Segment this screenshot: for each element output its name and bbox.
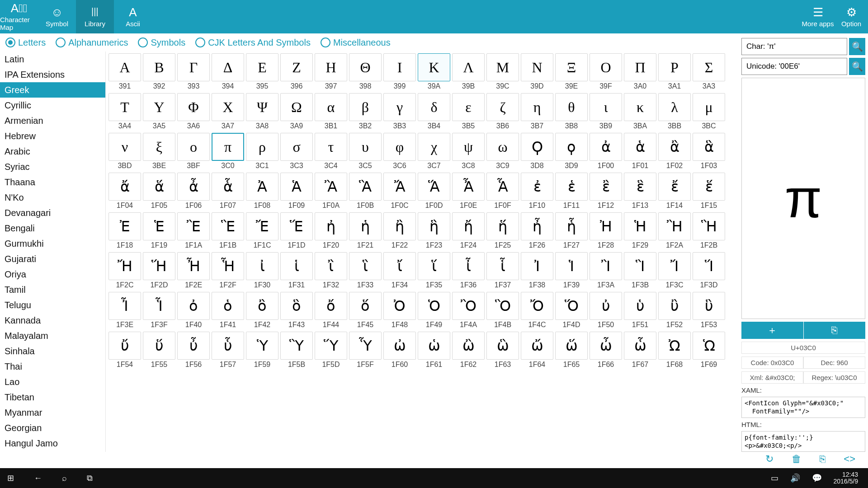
char-glyph[interactable]: Ὁ [418,292,450,320]
char-glyph[interactable]: ὣ [486,332,519,360]
sidebar-item-n'ko[interactable]: N'Ko [0,190,105,205]
char-glyph[interactable]: ἤ [452,212,485,240]
char-glyph[interactable]: Ρ [658,53,691,81]
char-glyph[interactable]: ἃ [693,133,725,161]
char-glyph[interactable]: ὧ [624,332,656,360]
back-icon[interactable]: ← [34,474,42,483]
tab-option[interactable]: ⚙ Option [835,0,868,33]
sidebar-item-sinhala[interactable]: Sinhala [0,343,105,359]
char-glyph[interactable]: ἢ [383,212,416,240]
char-glyph[interactable]: ο [177,133,210,161]
char-glyph[interactable]: ὗ [212,332,244,360]
char-glyph[interactable]: Ψ [246,93,278,121]
char-glyph[interactable]: Ἲ [590,252,622,280]
search-unicode-input[interactable] [741,58,847,75]
char-glyph[interactable]: ὖ [177,332,210,360]
char-glyph[interactable]: Ὃ [486,292,519,320]
char-glyph[interactable]: Γ [177,53,210,81]
char-glyph[interactable]: Ἃ [349,173,382,201]
char-glyph[interactable]: ξ [143,133,175,161]
char-glyph[interactable]: Ν [521,53,553,81]
char-glyph[interactable]: φ [383,133,416,161]
char-glyph[interactable]: ἓ [624,173,656,201]
search-char-input[interactable] [741,38,847,55]
char-glyph[interactable]: Η [315,53,347,81]
char-glyph[interactable]: Β [143,53,175,81]
char-glyph[interactable]: ἲ [315,252,347,280]
char-glyph[interactable]: Ἡ [624,212,656,240]
char-glyph[interactable]: Ἓ [212,212,244,240]
char-glyph[interactable]: ὠ [383,332,416,360]
copy-button[interactable]: ⎘ [804,322,866,339]
char-glyph[interactable]: Ὂ [452,292,485,320]
char-glyph[interactable]: γ [383,93,416,121]
char-glyph[interactable]: Ἒ [177,212,210,240]
char-glyph[interactable]: Ἅ [418,173,450,201]
char-glyph[interactable]: Α [108,53,141,81]
sidebar-item-tibetan[interactable]: Tibetan [0,389,105,405]
char-glyph[interactable]: Ἣ [693,212,725,240]
char-glyph[interactable]: ἱ [280,252,313,280]
char-glyph[interactable]: Ὀ [383,292,416,320]
char-glyph[interactable]: Μ [486,53,519,81]
char-glyph[interactable]: τ [315,133,347,161]
char-glyph[interactable]: ὀ [177,292,210,320]
char-glyph[interactable]: Ἴ [658,252,691,280]
char-glyph[interactable]: ἐ [521,173,553,201]
char-glyph[interactable]: Ἄ [383,173,416,201]
char-glyph[interactable]: σ [280,133,313,161]
start-icon[interactable]: ⊞ [7,473,14,483]
char-glyph[interactable]: υ [349,133,382,161]
char-glyph[interactable]: κ [624,93,656,121]
char-glyph[interactable]: ὔ [108,332,141,360]
sidebar-item-hebrew[interactable]: Hebrew [0,128,105,144]
char-glyph[interactable]: Ο [590,53,622,81]
char-glyph[interactable]: ὒ [658,292,691,320]
char-glyph[interactable]: ὑ [624,292,656,320]
sidebar-item-syriac[interactable]: Syriac [0,159,105,174]
filter-cjk-letters-and-symbols[interactable]: CJK Letters And Symbols [195,38,311,48]
char-glyph[interactable]: ἑ [555,173,588,201]
char-glyph[interactable]: Ὄ [521,292,553,320]
char-glyph[interactable]: Θ [349,53,382,81]
sidebar-item-malayalam[interactable]: Malayalam [0,328,105,343]
char-glyph[interactable]: Ἐ [108,212,141,240]
char-glyph[interactable]: ὕ [143,332,175,360]
char-glyph[interactable]: ω [486,133,519,161]
char-glyph[interactable]: ὁ [212,292,244,320]
sidebar-item-telugu[interactable]: Telugu [0,297,105,313]
search-char-button[interactable]: 🔍 [849,38,865,55]
sidebar-item-cyrillic[interactable]: Cyrillic [0,98,105,113]
char-glyph[interactable]: ὡ [418,332,450,360]
char-glyph[interactable]: Λ [452,53,485,81]
char-glyph[interactable]: Ὠ [658,332,691,360]
char-glyph[interactable]: ὅ [349,292,382,320]
char-glyph[interactable]: Ἁ [280,173,313,201]
filter-alphanumerics[interactable]: Alphanumerics [56,38,128,48]
char-glyph[interactable]: Ἕ [280,212,313,240]
filter-miscellaneous[interactable]: Miscellaneous [321,38,391,48]
sidebar-item-georgian[interactable]: Georgian [0,420,105,436]
char-glyph[interactable]: ἳ [349,252,382,280]
char-glyph[interactable]: ὄ [315,292,347,320]
char-glyph[interactable]: Ἔ [246,212,278,240]
sidebar-item-gurmukhi[interactable]: Gurmukhi [0,236,105,251]
refresh-button[interactable]: ↻ [765,453,774,465]
sidebar-item-devanagari[interactable]: Devanagari [0,205,105,221]
char-glyph[interactable]: ἕ [693,173,725,201]
char-glyph[interactable]: δ [418,93,450,121]
char-glyph[interactable]: Ἆ [452,173,485,201]
char-glyph[interactable]: ρ [246,133,278,161]
char-glyph[interactable]: ὤ [521,332,553,360]
char-glyph[interactable]: ὃ [280,292,313,320]
char-glyph[interactable]: ε [452,93,485,121]
char-glyph[interactable]: ὢ [452,332,485,360]
char-glyph[interactable]: Ἱ [555,252,588,280]
char-glyph[interactable]: Ἶ [108,292,141,320]
char-glyph[interactable]: Σ [693,53,725,81]
char-glyph[interactable]: ἠ [315,212,347,240]
char-glyph[interactable]: Χ [212,93,244,121]
sidebar-item-greek[interactable]: Greek [0,82,105,98]
tab-ascii[interactable]: A Ascii [114,0,152,33]
char-glyph[interactable]: Ἥ [143,252,175,280]
